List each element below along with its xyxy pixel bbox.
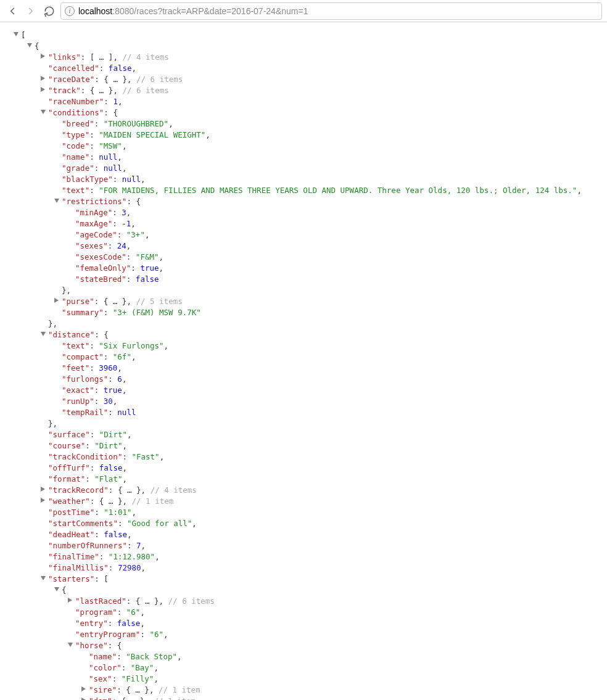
address-bar[interactable]: i localhost:8080/races?track=ARP&date=20… xyxy=(60,2,602,20)
json-kv: "links": [ … ], // 4 items xyxy=(48,52,603,63)
json-kv: "raceDate": { … }, // 6 items xyxy=(48,74,603,85)
json-kv: "summary": "3+ (F&M) MSW 9.7K" xyxy=(62,307,603,318)
toggle-icon[interactable] xyxy=(54,298,59,303)
json-object-open: { xyxy=(35,41,603,52)
json-kv: "offTurf": false, xyxy=(48,463,603,474)
json-kv: "stateBred": false xyxy=(75,274,603,285)
reload-button[interactable] xyxy=(42,4,57,19)
json-kv: "breed": "THOROUGHBRED", xyxy=(62,118,603,130)
json-kv: "trackCondition": "Fast", xyxy=(48,451,603,463)
json-kv: "ageCode": "3+", xyxy=(75,229,603,241)
json-kv: "femaleOnly": true, xyxy=(75,263,603,274)
json-kv: "sex": "Filly", xyxy=(89,673,603,685)
json-kv: "name": "Back Stop", xyxy=(89,651,603,662)
json-kv: "format": "Flat", xyxy=(48,474,603,485)
json-kv: "sire": { … }, // 1 item xyxy=(89,685,603,696)
json-kv: "conditions": { xyxy=(48,107,603,118)
json-close: }, xyxy=(48,318,603,329)
toggle-icon[interactable] xyxy=(27,43,32,47)
toggle-icon[interactable] xyxy=(41,110,46,114)
json-viewer: [ { "links": [ … ], // 4 items "cancelle… xyxy=(0,22,607,700)
json-kv: "code": "MSW", xyxy=(62,141,603,152)
site-info-icon[interactable]: i xyxy=(65,6,75,16)
json-kv: "sexesCode": "F&M", xyxy=(75,252,603,263)
toggle-icon[interactable] xyxy=(41,54,45,59)
json-kv: "distance": { xyxy=(48,329,603,340)
json-kv: "sexes": 24, xyxy=(75,241,603,252)
json-kv: "color": "Bay", xyxy=(89,662,603,673)
json-kv: "track": { … }, // 6 items xyxy=(48,85,603,96)
toggle-icon[interactable] xyxy=(41,487,45,492)
json-kv: "startComments": "Good for all", xyxy=(48,518,603,529)
json-kv: "compact": "6f", xyxy=(62,352,603,363)
json-kv: "name": null, xyxy=(62,152,603,163)
json-kv: "type": "MAIDEN SPECIAL WEIGHT", xyxy=(62,130,603,141)
json-kv: "trackRecord": { … }, // 4 items xyxy=(48,485,603,496)
json-kv: "blackType": null, xyxy=(62,174,603,185)
json-kv: "dam": { … }, // 1 item xyxy=(89,696,603,700)
json-kv: "runUp": 30, xyxy=(62,396,603,407)
json-kv: "deadHeat": false, xyxy=(48,529,603,540)
json-kv: "restrictions": { xyxy=(62,196,603,207)
toggle-icon[interactable] xyxy=(41,332,46,336)
json-kv: "entry": false, xyxy=(75,618,603,629)
json-kv: "text": "Six Furlongs", xyxy=(62,340,603,352)
toggle-icon[interactable] xyxy=(81,686,86,691)
json-array-open: [ xyxy=(21,30,603,41)
toggle-icon[interactable] xyxy=(41,87,45,92)
json-kv: "cancelled": false, xyxy=(48,63,603,74)
json-kv: "tempRail": null xyxy=(62,407,603,418)
forward-button[interactable] xyxy=(23,4,38,19)
json-kv: "weather": { … }, // 1 item xyxy=(48,496,603,507)
json-kv: "postTime": "1:01", xyxy=(48,507,603,518)
json-close: }, xyxy=(62,285,603,296)
json-kv: "text": "FOR MAIDENS, FILLIES AND MARES … xyxy=(62,185,603,196)
json-kv: "raceNumber": 1, xyxy=(48,96,603,107)
json-object-open: { xyxy=(62,585,603,596)
json-kv: "numberOfRunners": 7, xyxy=(48,540,603,551)
json-kv: "finalTime": "1:12.980", xyxy=(48,551,603,562)
url-text: localhost:8080/races?track=ARP&date=2016… xyxy=(78,6,308,16)
back-button[interactable] xyxy=(5,4,20,19)
toggle-icon[interactable] xyxy=(68,643,73,647)
toggle-icon[interactable] xyxy=(41,76,45,81)
toggle-icon[interactable] xyxy=(14,32,19,36)
toggle-icon[interactable] xyxy=(68,598,72,603)
toggle-icon[interactable] xyxy=(41,498,45,503)
json-kv: "horse": { xyxy=(75,640,603,651)
json-kv: "program": "6", xyxy=(75,607,603,618)
json-kv: "maxAge": -1, xyxy=(75,218,603,229)
json-close: }, xyxy=(48,418,603,429)
json-kv: "course": "Dirt", xyxy=(48,440,603,451)
toggle-icon[interactable] xyxy=(54,199,59,203)
json-kv: "entryProgram": "6", xyxy=(75,629,603,640)
json-kv: "feet": 3960, xyxy=(62,363,603,374)
json-kv: "minAge": 3, xyxy=(75,207,603,218)
json-kv: "surface": "Dirt", xyxy=(48,429,603,440)
json-kv: "lastRaced": { … }, // 6 items xyxy=(75,596,603,607)
toggle-icon[interactable] xyxy=(41,576,46,580)
toggle-icon[interactable] xyxy=(54,587,59,591)
json-kv: "finalMillis": 72980, xyxy=(48,562,603,574)
json-kv: "purse": { … }, // 5 items xyxy=(62,296,603,307)
json-kv: "grade": null, xyxy=(62,163,603,174)
json-kv: "exact": true, xyxy=(62,385,603,396)
json-kv: "furlongs": 6, xyxy=(62,374,603,385)
json-kv: "starters": [ xyxy=(48,574,603,585)
browser-toolbar: i localhost:8080/races?track=ARP&date=20… xyxy=(0,0,607,22)
toggle-icon[interactable] xyxy=(81,698,86,700)
